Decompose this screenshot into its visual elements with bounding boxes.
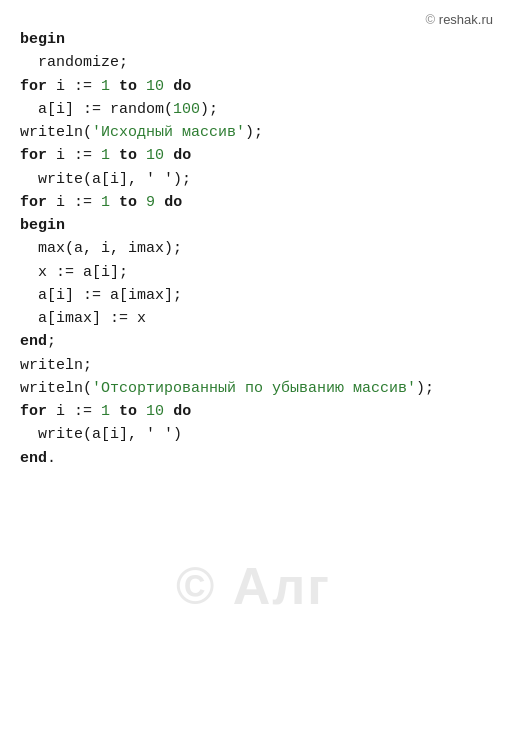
line-aimax-assign: a[imax] := x <box>38 307 487 330</box>
line-begin2: begin <box>20 214 487 237</box>
line-for1: for i := 1 to 10 do <box>20 75 487 98</box>
kw-begin: begin <box>20 31 65 48</box>
line-for3: for i := 1 to 9 do <box>20 191 487 214</box>
line-for2: for i := 1 to 10 do <box>20 144 487 167</box>
line-write1: write(a[i], ' '); <box>38 168 487 191</box>
watermark: © Алг <box>176 546 331 627</box>
header-logo: © reshak.ru <box>426 10 493 30</box>
line-end-final: end. <box>20 447 487 470</box>
line-end1: end; <box>20 330 487 353</box>
line-randomize: randomize; <box>38 51 487 74</box>
line-x-assign: x := a[i]; <box>38 261 487 284</box>
line-writeln3: writeln('Отсортированный по убыванию мас… <box>20 377 487 400</box>
site-name: reshak.ru <box>439 12 493 27</box>
line-max: max(a, i, imax); <box>38 237 487 260</box>
line-writeln2: writeln; <box>20 354 487 377</box>
line-ai-random: a[i] := random(100); <box>38 98 487 121</box>
line-for4: for i := 1 to 10 do <box>20 400 487 423</box>
line-ai-assign: a[i] := a[imax]; <box>38 284 487 307</box>
line-begin: begin <box>20 28 487 51</box>
line-write2: write(a[i], ' ') <box>38 423 487 446</box>
code-block: begin randomize; for i := 1 to 10 do a[i… <box>20 28 487 470</box>
copyright-symbol: © <box>426 12 436 27</box>
line-writeln1: writeln('Исходный массив'); <box>20 121 487 144</box>
